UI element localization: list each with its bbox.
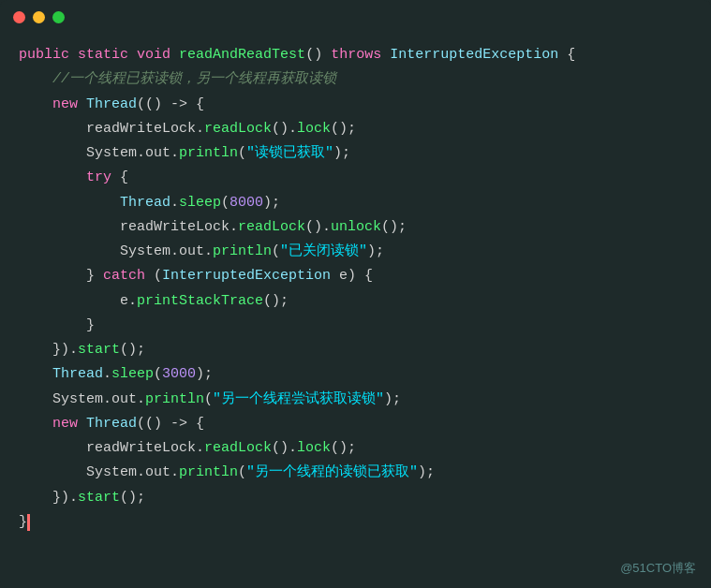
- code-line-15: System.out.println("另一个线程尝试获取读锁");: [19, 388, 692, 412]
- text-cursor: [27, 514, 30, 531]
- code-line-19: }).start();: [19, 486, 692, 510]
- code-line-9: System.out.println("已关闭读锁");: [19, 240, 692, 264]
- minimize-button[interactable]: [33, 11, 45, 23]
- maximize-button[interactable]: [52, 11, 65, 23]
- code-line-1: public static void readAndReadTest() thr…: [19, 43, 692, 67]
- code-area: public static void readAndReadTest() thr…: [0, 34, 711, 588]
- close-button[interactable]: [13, 11, 25, 23]
- code-line-16: new Thread(() -> {: [19, 412, 692, 436]
- code-line-6: try {: [19, 166, 692, 190]
- code-line-2: //一个线程已获读锁，另一个线程再获取读锁: [19, 67, 692, 92]
- code-line-13: }).start();: [19, 338, 692, 362]
- code-line-4: readWriteLock.readLock().lock();: [19, 117, 692, 141]
- titlebar: [0, 0, 711, 34]
- code-line-12: }: [19, 314, 692, 338]
- watermark: @51CTO博客: [620, 560, 696, 577]
- code-line-18: System.out.println("另一个线程的读锁已获取");: [19, 461, 692, 485]
- code-line-5: System.out.println("读锁已获取");: [19, 141, 692, 166]
- code-line-3: new Thread(() -> {: [19, 93, 692, 117]
- code-line-7: Thread.sleep(8000);: [19, 191, 692, 215]
- code-line-8: readWriteLock.readLock().unlock();: [19, 215, 692, 240]
- code-line-11: e.printStackTrace();: [19, 289, 692, 314]
- code-line-10: } catch (InterruptedException e) {: [19, 264, 692, 288]
- code-line-20: }: [19, 510, 692, 535]
- code-line-17: readWriteLock.readLock().lock();: [19, 436, 692, 461]
- window: public static void readAndReadTest() thr…: [0, 0, 711, 588]
- code-line-14: Thread.sleep(3000);: [19, 362, 692, 387]
